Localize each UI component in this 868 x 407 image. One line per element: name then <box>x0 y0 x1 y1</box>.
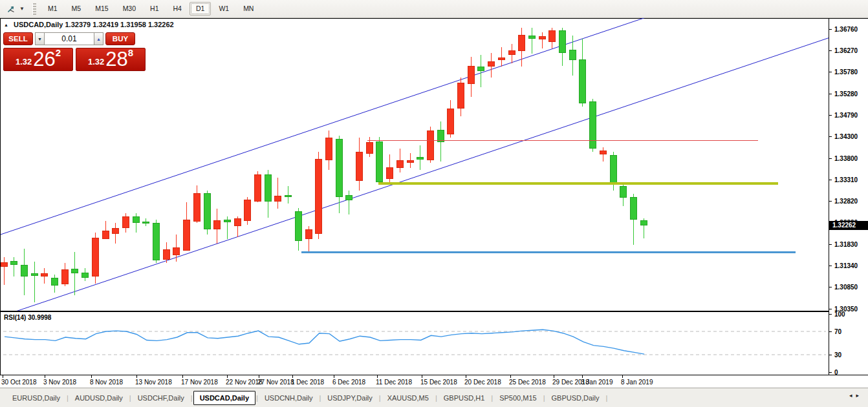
chart-tab-eurusd-daily[interactable]: EURUSD,Daily <box>6 391 66 404</box>
candlestick <box>498 57 505 60</box>
rsi-line <box>1 312 829 374</box>
candlestick <box>620 186 627 198</box>
price-axis-label: 1.31830 <box>834 241 858 248</box>
collapse-panel-icon[interactable]: ▲ <box>4 23 8 27</box>
chart-tool-caret-icon[interactable]: ▼ <box>18 6 26 12</box>
tab-separator: | <box>435 394 437 402</box>
volume-increase-button[interactable]: ▲ <box>94 32 103 45</box>
rsi-axis-tick <box>829 372 832 373</box>
chart-tab-usdchf-daily[interactable]: USDCHF,Daily <box>132 391 190 404</box>
time-axis-tick <box>334 375 334 378</box>
candlestick <box>81 273 89 278</box>
level-line_blue[interactable] <box>301 251 796 253</box>
chart-tab-sp500-m15[interactable]: SP500,M15 <box>494 391 542 404</box>
candlestick <box>71 269 78 273</box>
price-axis-tick <box>829 72 832 72</box>
chart-tab-gbpusd-h1[interactable]: GBPUSD,H1 <box>438 391 491 404</box>
timeframe-button-m5[interactable]: M5 <box>65 2 88 16</box>
time-axis-label: 20 Dec 2018 <box>464 379 501 386</box>
chart-tab-usdjpy-daily[interactable]: USDJPY,Daily <box>321 391 378 404</box>
timeframe-toolbar: ▼ M1M5M15M30H1H4D1W1MN <box>0 0 868 18</box>
chart-tab-audusd-daily[interactable]: AUDUSD,Daily <box>69 391 129 404</box>
tab-separator: | <box>379 394 381 402</box>
time-axis-label: 1 Dec 2018 <box>291 379 324 386</box>
price-axis-label: 1.33310 <box>834 176 858 183</box>
tab-separator: | <box>256 394 258 402</box>
candlestick <box>610 155 617 184</box>
time-axis-tick <box>91 375 92 378</box>
timeframe-button-d1[interactable]: D1 <box>190 2 211 16</box>
current-price-tag: 1.32262 <box>829 221 868 230</box>
level-line_olive[interactable] <box>378 182 778 185</box>
chart-tab-usdcad-daily[interactable]: USDCAD,Daily <box>193 391 255 405</box>
timeframe-button-m1[interactable]: M1 <box>41 2 64 16</box>
candlestick <box>376 141 383 182</box>
candlestick <box>396 160 404 168</box>
price-axis-tick <box>829 158 832 159</box>
rsi-axis-label: 70 <box>834 328 841 335</box>
candlestick <box>51 278 58 286</box>
time-axis-tick <box>466 375 466 378</box>
candlestick <box>102 231 109 239</box>
candlestick <box>336 139 343 197</box>
buy-price-button[interactable]: 1.32 28 8 <box>76 48 146 71</box>
chart-tabs-bar: EURUSD,Daily|AUDUSD,Daily|USDCHF,Daily|U… <box>0 388 868 407</box>
timeframe-button-m15[interactable]: M15 <box>89 2 114 16</box>
time-axis-tick <box>182 375 183 378</box>
rsi-axis-tick <box>829 331 832 332</box>
price-axis-tick <box>829 180 832 180</box>
buy-price-pip: 8 <box>128 43 133 63</box>
time-axis-label: 15 Dec 2018 <box>420 379 457 386</box>
sell-price-button[interactable]: 1.32 26 2 <box>3 48 73 71</box>
chart-tab-gbpusd-daily[interactable]: GBPUSD,Daily <box>546 391 605 404</box>
candlestick <box>10 261 17 265</box>
volume-decrease-button[interactable]: ▼ <box>35 32 45 45</box>
candlestick <box>122 216 129 228</box>
time-axis-label: 8 Jan 2019 <box>621 379 653 386</box>
level-line_red[interactable] <box>367 140 758 141</box>
price-axis-tick <box>829 115 832 116</box>
time-axis-label: 25 Dec 2018 <box>509 379 546 386</box>
timeframe-button-w1[interactable]: W1 <box>212 2 235 16</box>
candlestick <box>254 174 261 202</box>
sell-price-pip: 2 <box>56 43 61 63</box>
candlestick <box>345 195 353 200</box>
candlestick <box>386 167 393 179</box>
price-axis-label: 1.36270 <box>834 47 858 54</box>
timeframe-button-h4[interactable]: H4 <box>167 2 188 16</box>
chart-tab-usdcnh-daily[interactable]: USDCNH,Daily <box>259 391 319 404</box>
sell-button[interactable]: SELL <box>3 32 33 45</box>
tab-scroll-left-icon[interactable]: ◂ <box>849 392 856 399</box>
candlestick <box>274 196 281 202</box>
chart-tab-xauusd-m5[interactable]: XAUUSD,M5 <box>382 391 435 404</box>
rsi-axis-label: 100 <box>834 311 845 318</box>
time-axis-tick <box>422 375 422 378</box>
candlestick <box>427 130 434 160</box>
time-axis-label: 6 Dec 2018 <box>332 379 365 386</box>
timeframe-button-h1[interactable]: H1 <box>144 2 165 16</box>
candlestick <box>41 273 48 277</box>
rsi-name: RSI(14) <box>4 314 26 321</box>
mt4-terminal: ▼ M1M5M15M30H1H4D1W1MN 1.367601.362701.3… <box>0 0 868 407</box>
tab-separator: | <box>491 394 493 402</box>
price-axis-label: 1.35780 <box>834 68 858 76</box>
candlestick <box>265 174 272 202</box>
time-axis-tick <box>622 375 623 378</box>
price-axis-tick <box>829 94 832 94</box>
rsi-axis-label: 30 <box>834 351 841 359</box>
tab-scroll-right-icon[interactable]: ▸ <box>856 392 863 399</box>
price-axis-tick <box>829 287 832 287</box>
candlestick <box>539 36 546 39</box>
timeframe-button-mn[interactable]: MN <box>237 2 260 16</box>
candlestick <box>447 109 454 134</box>
toolbar-grip[interactable] <box>32 3 36 15</box>
time-axis-tick <box>259 375 259 378</box>
volume-input[interactable]: 0.01 <box>45 32 94 45</box>
price-axis-tick <box>829 266 832 266</box>
timeframe-button-m30[interactable]: M30 <box>116 2 142 16</box>
price-axis-tick <box>829 50 832 51</box>
chart-tool-icon[interactable] <box>4 2 18 16</box>
candlestick <box>295 211 302 241</box>
one-click-trade-panel: SELL ▼ 0.01 ▲ BUY 1.32 26 2 1.32 28 8 <box>3 32 149 71</box>
time-axis-label: 8 Nov 2018 <box>90 379 123 386</box>
